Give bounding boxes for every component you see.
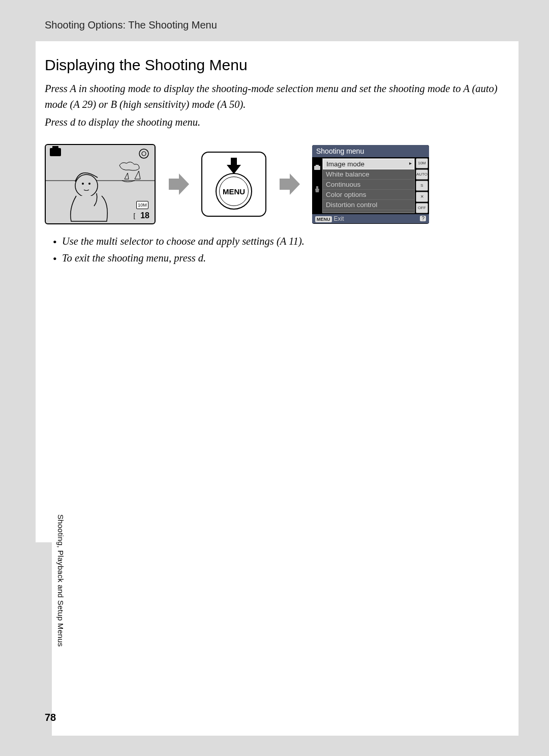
shooting-menu-title: Shooting menu <box>312 145 429 157</box>
exit-label[interactable]: Exit <box>334 215 344 222</box>
arrow-right-icon <box>277 171 302 197</box>
camera-lcd-illustration: 10M [ 18 <box>45 144 156 224</box>
bullet-item: To exit the shooting menu, press d. <box>45 250 508 266</box>
intro-paragraph-2: Press d to display the shooting menu. <box>45 114 508 130</box>
help-icon[interactable]: ? <box>420 216 426 221</box>
menu-item-white-balance[interactable]: White balance <box>323 169 414 180</box>
menu-item-distortion[interactable]: Distortion control <box>323 200 414 210</box>
shooting-menu-footer: MENUExit ? <box>312 214 429 223</box>
menu-button-illustration: MENU <box>201 152 266 217</box>
figure-row: 10M [ 18 MENU <box>45 144 508 224</box>
shooting-menu-screen: Shooting menu Image mode White balance C… <box>312 145 429 224</box>
camera-tab-icon <box>314 164 321 170</box>
value-chip: 10M <box>416 158 428 168</box>
page-number: 78 <box>45 712 56 723</box>
intro-paragraph-1: Press A in shooting mode to display the … <box>45 81 508 112</box>
shooting-menu-tabs <box>312 157 322 214</box>
menu-item-continuous[interactable]: Continuous <box>323 180 414 190</box>
svg-point-3 <box>75 175 98 197</box>
svg-rect-6 <box>314 166 320 170</box>
arrow-right-icon <box>166 171 191 197</box>
menu-label: MENU <box>223 187 245 196</box>
value-chip: AUTO <box>416 169 428 180</box>
shots-remaining: 18 <box>140 211 149 220</box>
shooting-menu-list: Image mode White balance Continuous Colo… <box>322 158 415 213</box>
side-tab <box>36 542 52 736</box>
arrow-down-icon <box>225 157 243 175</box>
svg-rect-7 <box>316 165 319 166</box>
svg-point-1 <box>142 152 146 156</box>
setup-tab-icon <box>314 186 320 193</box>
image-mode-badge: 10M <box>136 201 148 209</box>
svg-point-0 <box>139 149 148 158</box>
running-header: Shooting Options: The Shooting Menu <box>0 0 549 41</box>
svg-point-5 <box>88 183 90 185</box>
vr-icon <box>138 148 149 161</box>
value-chip: S <box>416 181 428 191</box>
bullet-item: Use the multi selector to choose and app… <box>45 234 508 249</box>
shooting-menu-values: 10M AUTO S ✕ OFF <box>416 157 429 214</box>
bullet-list: Use the multi selector to choose and app… <box>45 234 508 266</box>
menu-item-color-options[interactable]: Color options <box>323 190 414 200</box>
menu-tag: MENU <box>315 216 332 222</box>
page-content: Displaying the Shooting Menu Press A in … <box>36 56 518 266</box>
side-section-label: Shooting, Playback and Setup Menus <box>56 514 65 647</box>
page-title: Displaying the Shooting Menu <box>45 56 508 74</box>
camera-icon <box>50 148 61 156</box>
svg-rect-8 <box>316 186 318 189</box>
menu-circle: MENU <box>216 173 252 210</box>
memory-icon: [ <box>133 212 135 219</box>
value-chip: ✕ <box>416 192 428 202</box>
value-chip: OFF <box>416 203 428 213</box>
page: Shooting Options: The Shooting Menu Disp… <box>36 18 518 736</box>
menu-item-image-mode[interactable]: Image mode <box>323 159 414 169</box>
svg-point-4 <box>82 183 84 185</box>
